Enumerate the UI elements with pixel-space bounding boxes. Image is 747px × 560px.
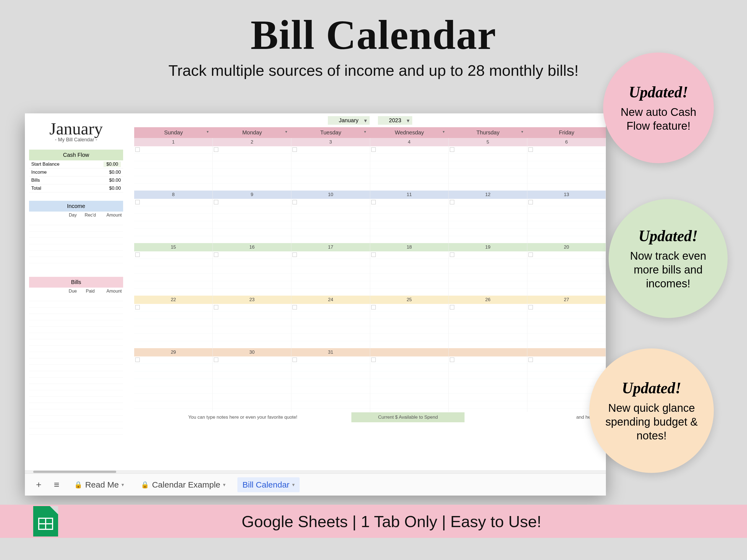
- date-cell[interactable]: 1: [134, 138, 213, 146]
- calendar-cell[interactable]: [527, 199, 606, 243]
- add-sheet-button[interactable]: +: [33, 479, 44, 490]
- date-cell[interactable]: 24: [291, 296, 370, 304]
- calendar-cell[interactable]: [449, 251, 527, 296]
- label: Start Balance: [31, 161, 59, 167]
- horizontal-scrollbar[interactable]: [25, 470, 606, 474]
- spreadsheet-window: January - My Bill Calendar - Cash Flow S…: [25, 113, 606, 492]
- date-cell[interactable]: 13: [527, 190, 606, 199]
- day-mon[interactable]: Monday: [213, 127, 291, 138]
- income-rows[interactable]: [29, 219, 123, 269]
- cashflow-row-bills: Bills $0.00: [29, 177, 123, 184]
- day-wed[interactable]: Wednesday: [370, 127, 449, 138]
- date-row: 293031: [134, 348, 606, 356]
- date-cell[interactable]: 16: [213, 243, 291, 251]
- date-cell[interactable]: 30: [213, 348, 291, 356]
- tab-read-me[interactable]: 🔒 Read Me ▾: [69, 477, 129, 492]
- calendar-cell[interactable]: [370, 199, 449, 243]
- calendar-cell[interactable]: [370, 304, 449, 348]
- promo-badge-cashflow: Updated! New auto Cash Flow feature!: [603, 53, 714, 163]
- cell-row: [134, 199, 606, 243]
- chevron-down-icon[interactable]: ▾: [122, 482, 124, 488]
- calendar-cell[interactable]: [291, 146, 370, 190]
- bills-rows[interactable]: [29, 295, 123, 438]
- calendar-cell[interactable]: [449, 146, 527, 190]
- date-cell[interactable]: [527, 348, 606, 356]
- date-cell[interactable]: 4: [370, 138, 449, 146]
- calendar-cell[interactable]: [449, 356, 527, 412]
- value[interactable]: $0.00: [103, 161, 121, 167]
- tab-bill-calendar[interactable]: Bill Calendar ▾: [237, 477, 300, 492]
- date-row: 151617181920: [134, 243, 606, 251]
- calendar-cell[interactable]: [134, 146, 213, 190]
- day-tue[interactable]: Tuesday: [291, 127, 370, 138]
- date-cell[interactable]: 31: [291, 348, 370, 356]
- year-dropdown[interactable]: 2023: [378, 116, 413, 125]
- calendar-cell[interactable]: [370, 356, 449, 412]
- date-cell[interactable]: 25: [370, 296, 449, 304]
- date-cell[interactable]: [370, 348, 449, 356]
- income-title: Income: [29, 201, 123, 212]
- income-columns: Day Rec'd Amount: [29, 212, 123, 219]
- calendar-cell[interactable]: [134, 251, 213, 296]
- day-fri[interactable]: Friday: [527, 127, 606, 138]
- note-hint-left[interactable]: You can type notes here or even your fav…: [134, 415, 351, 420]
- date-cell[interactable]: 12: [449, 190, 527, 199]
- date-cell[interactable]: 17: [291, 243, 370, 251]
- calendar-cell[interactable]: [291, 251, 370, 296]
- date-cell[interactable]: 5: [449, 138, 527, 146]
- date-cell[interactable]: 22: [134, 296, 213, 304]
- calendar-cell[interactable]: [449, 199, 527, 243]
- date-cell[interactable]: 11: [370, 190, 449, 199]
- date-cell[interactable]: 27: [527, 296, 606, 304]
- bottom-text: Google Sheets | 1 Tab Only | Easy to Use…: [69, 512, 747, 531]
- all-sheets-button[interactable]: ≡: [51, 479, 62, 490]
- calendar-cell[interactable]: [134, 199, 213, 243]
- calendar-selectors: January 2023: [134, 113, 606, 127]
- value: $0.00: [109, 186, 121, 191]
- date-cell[interactable]: 3: [291, 138, 370, 146]
- chevron-down-icon[interactable]: ▾: [292, 482, 295, 488]
- tab-label: Read Me: [85, 480, 119, 489]
- date-cell[interactable]: 6: [527, 138, 606, 146]
- date-cell[interactable]: 10: [291, 190, 370, 199]
- month-dropdown[interactable]: January: [328, 116, 370, 125]
- calendar-cell[interactable]: [213, 356, 291, 412]
- date-cell[interactable]: 26: [449, 296, 527, 304]
- date-cell[interactable]: 20: [527, 243, 606, 251]
- calendar-cell[interactable]: [291, 356, 370, 412]
- calendar-cell[interactable]: [291, 199, 370, 243]
- cell-row: [134, 304, 606, 348]
- calendar-cell[interactable]: [213, 251, 291, 296]
- date-cell[interactable]: 15: [134, 243, 213, 251]
- date-cell[interactable]: 18: [370, 243, 449, 251]
- calendar-cell[interactable]: [370, 251, 449, 296]
- date-cell[interactable]: 23: [213, 296, 291, 304]
- date-cell[interactable]: 19: [449, 243, 527, 251]
- note-hint-right[interactable]: and here: [465, 415, 606, 420]
- calendar-cell[interactable]: [213, 304, 291, 348]
- available-to-spend: Current $ Available to Spend: [351, 412, 465, 422]
- chevron-down-icon[interactable]: ▾: [223, 482, 226, 488]
- cashflow-row-start[interactable]: Start Balance $0.00: [29, 160, 123, 168]
- calendar-cell[interactable]: [527, 251, 606, 296]
- date-cell[interactable]: 8: [134, 190, 213, 199]
- date-cell[interactable]: 2: [213, 138, 291, 146]
- day-sun[interactable]: Sunday: [134, 127, 213, 138]
- calendar-cell[interactable]: [527, 146, 606, 190]
- date-cell[interactable]: 29: [134, 348, 213, 356]
- calendar-cell[interactable]: [213, 146, 291, 190]
- calendar-cell[interactable]: [527, 304, 606, 348]
- calendar-cell[interactable]: [291, 304, 370, 348]
- cell-row: [134, 251, 606, 296]
- date-cell[interactable]: 9: [213, 190, 291, 199]
- calendar-cell[interactable]: [213, 199, 291, 243]
- promo-badge-budget: Updated! New quick glance spending budge…: [589, 348, 714, 473]
- calendar-cell[interactable]: [134, 356, 213, 412]
- calendar-cell[interactable]: [134, 304, 213, 348]
- google-sheets-icon: [33, 506, 58, 536]
- day-thu[interactable]: Thursday: [449, 127, 527, 138]
- tab-calendar-example[interactable]: 🔒 Calendar Example ▾: [136, 477, 230, 492]
- date-cell[interactable]: [449, 348, 527, 356]
- calendar-cell[interactable]: [449, 304, 527, 348]
- calendar-cell[interactable]: [370, 146, 449, 190]
